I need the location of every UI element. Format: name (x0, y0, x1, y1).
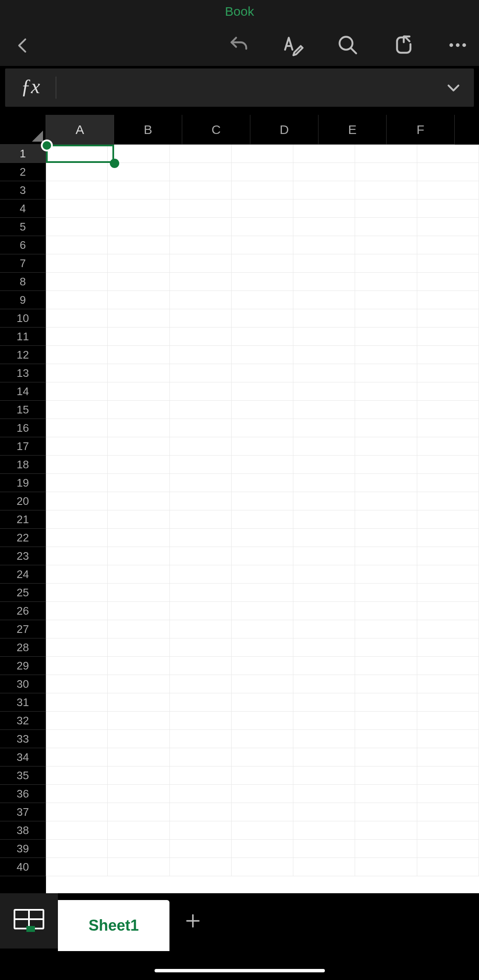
cell[interactable] (46, 199, 108, 218)
row-header[interactable]: 12 (0, 346, 46, 364)
cell[interactable] (232, 236, 293, 254)
cell[interactable] (108, 620, 169, 638)
cell[interactable] (417, 693, 479, 712)
cell[interactable] (46, 547, 108, 565)
cell[interactable] (417, 730, 479, 748)
cell[interactable] (293, 858, 355, 876)
cell[interactable] (355, 273, 417, 291)
cell[interactable] (232, 328, 293, 346)
cell[interactable] (108, 309, 169, 328)
cell[interactable] (417, 309, 479, 328)
cell[interactable] (355, 840, 417, 858)
cell[interactable] (232, 254, 293, 273)
cell[interactable] (293, 291, 355, 309)
cell[interactable] (355, 858, 417, 876)
cell[interactable] (232, 199, 293, 218)
cell[interactable] (417, 547, 479, 565)
cell[interactable] (417, 474, 479, 492)
cell[interactable] (108, 419, 169, 437)
cell[interactable] (355, 401, 417, 419)
sheet-tab[interactable]: Sheet1 (58, 900, 169, 951)
cell[interactable] (108, 236, 169, 254)
cell[interactable] (46, 474, 108, 492)
cell[interactable] (293, 821, 355, 840)
row-header[interactable]: 24 (0, 565, 46, 584)
font-edit-icon[interactable] (282, 34, 304, 56)
cell[interactable] (355, 620, 417, 638)
cell[interactable] (293, 785, 355, 803)
cell[interactable] (170, 474, 232, 492)
cell[interactable] (355, 785, 417, 803)
chevron-down-icon[interactable] (445, 79, 474, 96)
cell[interactable] (46, 785, 108, 803)
cell[interactable] (170, 547, 232, 565)
cell[interactable] (355, 474, 417, 492)
cell[interactable] (417, 620, 479, 638)
cell[interactable] (417, 840, 479, 858)
cell[interactable] (170, 328, 232, 346)
cell[interactable] (355, 492, 417, 510)
cell[interactable] (232, 382, 293, 401)
cell[interactable] (46, 328, 108, 346)
cell[interactable] (232, 346, 293, 364)
cell[interactable] (170, 840, 232, 858)
cell[interactable] (46, 821, 108, 840)
cell[interactable] (108, 547, 169, 565)
cell[interactable] (46, 657, 108, 675)
cell[interactable] (293, 675, 355, 693)
cell[interactable] (46, 254, 108, 273)
column-header[interactable]: B (114, 115, 182, 145)
cell[interactable] (293, 474, 355, 492)
cell[interactable] (108, 675, 169, 693)
cell[interactable] (355, 218, 417, 236)
cell[interactable] (355, 638, 417, 657)
cell[interactable] (293, 584, 355, 602)
cell[interactable] (417, 803, 479, 821)
view-toggle-button[interactable] (0, 893, 58, 949)
cell[interactable] (232, 766, 293, 785)
cell[interactable] (293, 766, 355, 785)
cell[interactable] (46, 309, 108, 328)
cell[interactable] (293, 328, 355, 346)
cell[interactable] (170, 199, 232, 218)
cell[interactable] (355, 602, 417, 620)
cell[interactable] (232, 456, 293, 474)
cell[interactable] (417, 657, 479, 675)
row-header[interactable]: 14 (0, 382, 46, 401)
cell[interactable] (108, 565, 169, 584)
column-header[interactable]: F (387, 115, 455, 145)
row-header[interactable]: 6 (0, 236, 46, 254)
cell[interactable] (355, 199, 417, 218)
cell[interactable] (293, 346, 355, 364)
cell[interactable] (232, 492, 293, 510)
cell[interactable] (417, 401, 479, 419)
cell[interactable] (46, 675, 108, 693)
cell[interactable] (417, 638, 479, 657)
cell[interactable] (170, 163, 232, 181)
fx-button[interactable]: ƒx (5, 77, 56, 99)
row-header[interactable]: 19 (0, 474, 46, 492)
cell[interactable] (170, 638, 232, 657)
cell[interactable] (108, 218, 169, 236)
row-header[interactable]: 8 (0, 273, 46, 291)
row-header[interactable]: 25 (0, 584, 46, 602)
cell[interactable] (293, 638, 355, 657)
cell[interactable] (232, 419, 293, 437)
row-header[interactable]: 40 (0, 858, 46, 876)
row-header[interactable]: 4 (0, 199, 46, 218)
cell[interactable] (170, 510, 232, 529)
undo-icon[interactable] (228, 34, 250, 56)
cell[interactable] (170, 766, 232, 785)
cell[interactable] (293, 456, 355, 474)
cell[interactable] (108, 766, 169, 785)
cell[interactable] (170, 821, 232, 840)
cell[interactable] (170, 419, 232, 437)
cell[interactable] (232, 437, 293, 456)
cell[interactable] (417, 328, 479, 346)
cell[interactable] (232, 529, 293, 547)
cell[interactable] (417, 364, 479, 382)
cell[interactable] (170, 291, 232, 309)
cell[interactable] (232, 218, 293, 236)
cell[interactable] (170, 254, 232, 273)
cell[interactable] (232, 401, 293, 419)
